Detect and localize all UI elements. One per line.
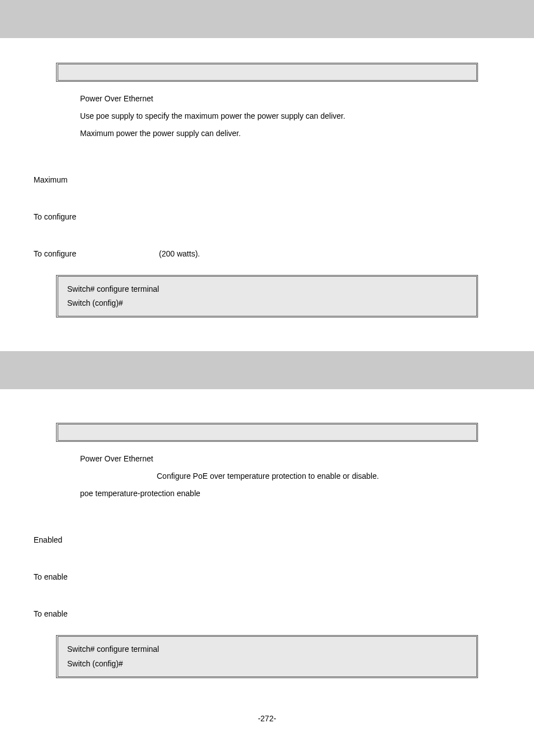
code-box-2: Switch# configure terminal Switch (confi… (56, 635, 478, 678)
syntax-box-2 (56, 423, 478, 442)
example-suffix-1: (200 watts). (159, 249, 200, 258)
usage-2: To enable (34, 572, 534, 581)
code-line-1a: Switch# configure terminal (67, 282, 467, 296)
section-header-1 (0, 0, 534, 38)
code-line-2b: Switch (config)# (67, 657, 467, 671)
module-label-1: Power Over Ethernet (80, 93, 467, 105)
code-line-2a: Switch# configure terminal (67, 642, 467, 656)
example-label-2: To enable (34, 609, 534, 618)
section-header-2 (0, 351, 534, 389)
description-2: Configure PoE over temperature protectio… (157, 470, 467, 482)
module-label-2: Power Over Ethernet (80, 453, 467, 465)
default-2: Enabled (34, 535, 534, 544)
syntax-box-1 (56, 63, 478, 82)
example-label-1: To configure (200 watts). (34, 249, 534, 258)
example-prefix-1: To configure (34, 249, 76, 258)
default-1: Maximum (34, 175, 534, 184)
param-1: Maximum power the power supply can deliv… (80, 128, 467, 139)
param-2: poe temperature-protection enable (80, 488, 467, 500)
usage-1: To configure (34, 212, 534, 221)
description-1: Use poe supply to specify the maximum po… (80, 110, 467, 122)
page-number: -272- (0, 714, 534, 723)
code-line-1b: Switch (config)# (67, 296, 467, 310)
code-box-1: Switch# configure terminal Switch (confi… (56, 275, 478, 318)
